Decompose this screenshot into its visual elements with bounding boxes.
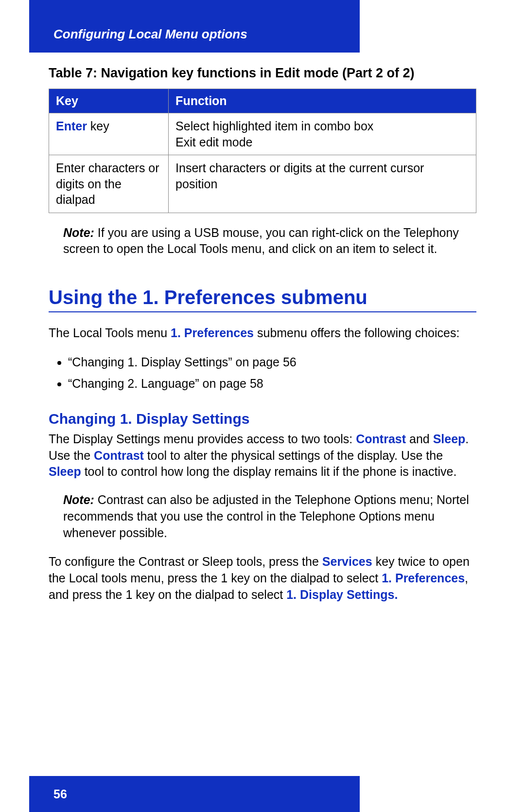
preferences-label: 1. Preferences: [171, 326, 254, 340]
list-item: “Changing 1. Display Settings” on page 5…: [68, 352, 476, 372]
content: Table 7: Navigation key functions in Edi…: [49, 66, 476, 603]
note-text: If you are using a USB mouse, you can ri…: [63, 226, 459, 256]
section-intro: The Local Tools menu 1. Preferences subm…: [49, 325, 476, 342]
contrast-label: Contrast: [94, 449, 144, 462]
table-caption: Table 7: Navigation key functions in Edi…: [49, 66, 476, 81]
table-header-function: Function: [169, 89, 476, 113]
note-label: Note:: [63, 493, 94, 506]
subsection-paragraph: The Display Settings menu provides acces…: [49, 431, 476, 480]
sleep-label: Sleep: [433, 432, 466, 446]
services-label: Services: [322, 555, 372, 568]
section-heading: Using the 1. Preferences submenu: [49, 287, 476, 312]
subsection-heading: Changing 1. Display Settings: [49, 411, 476, 427]
subsection-paragraph: To configure the Contrast or Sleep tools…: [49, 554, 476, 603]
note-text: Contrast can also be adjusted in the Tel…: [63, 493, 469, 540]
header-band: Configuring Local Menu options: [29, 0, 360, 53]
table-row: Enter characters or digits on the dialpa…: [49, 155, 476, 213]
text-run: tool to alter the physical settings of t…: [144, 449, 443, 462]
navigation-key-table: Key Function Enter key Select highlighte…: [49, 89, 476, 213]
cell-key: Enter characters or digits on the dialpa…: [49, 155, 169, 213]
enter-key-label: Enter: [56, 119, 87, 133]
text-run: and: [406, 432, 433, 446]
table-header-key: Key: [49, 89, 169, 113]
sleep-label: Sleep: [49, 465, 81, 478]
note-block: Note: Contrast can also be adjusted in t…: [63, 492, 476, 541]
text-run: The Local Tools menu: [49, 326, 171, 340]
list-item: “Changing 2. Language” on page 58: [68, 374, 476, 393]
text-run: The Display Settings menu provides acces…: [49, 432, 356, 446]
contrast-label: Contrast: [356, 432, 406, 446]
text-run: tool to control how long the display rem…: [81, 465, 457, 478]
bullet-list: “Changing 1. Display Settings” on page 5…: [49, 352, 476, 393]
key-rest: key: [87, 119, 109, 133]
footer-band: 56: [29, 776, 360, 812]
page-number: 56: [53, 787, 67, 801]
text-run: submenu offers the following choices:: [254, 326, 459, 340]
note-label: Note:: [63, 226, 94, 239]
function-line: Select highlighted item in combo box: [175, 119, 373, 133]
function-line: Exit edit mode: [175, 135, 252, 149]
cell-function: Select highlighted item in combo box Exi…: [169, 113, 476, 155]
cell-key: Enter key: [49, 113, 169, 155]
cell-function: Insert characters or digits at the curre…: [169, 155, 476, 213]
display-settings-label: 1. Display Settings.: [286, 588, 398, 601]
note-block: Note: If you are using a USB mouse, you …: [63, 225, 476, 258]
page: Configuring Local Menu options Table 7: …: [0, 0, 525, 812]
preferences-label: 1. Preferences: [382, 571, 465, 585]
text-run: To configure the Contrast or Sleep tools…: [49, 555, 322, 568]
header-title: Configuring Local Menu options: [53, 27, 247, 42]
table-row: Enter key Select highlighted item in com…: [49, 113, 476, 155]
